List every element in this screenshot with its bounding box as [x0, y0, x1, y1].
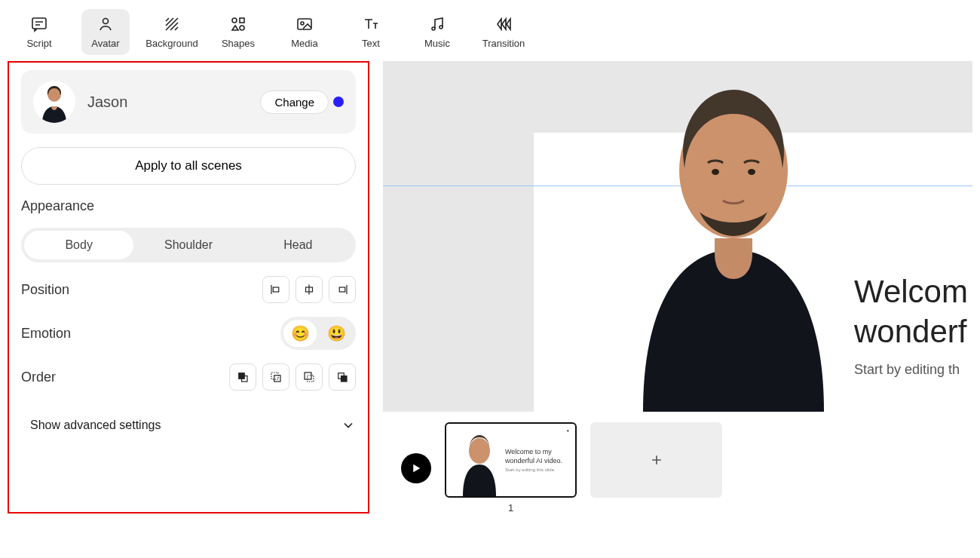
apply-all-scenes-button[interactable]: Apply to all scenes — [21, 147, 356, 185]
svg-point-8 — [439, 26, 443, 29]
appearance-label: Appearance — [21, 198, 356, 214]
emotion-neutral[interactable]: 😊 — [283, 320, 317, 347]
avatar-header: Jason Change — [21, 70, 356, 133]
toolbar-avatar-label: Avatar — [91, 38, 119, 49]
toolbar-avatar[interactable]: Avatar — [81, 9, 130, 55]
svg-point-7 — [432, 27, 435, 30]
toolbar-background-label: Background — [145, 38, 198, 49]
align-center-button[interactable] — [296, 276, 323, 303]
svg-point-24 — [469, 438, 490, 464]
appearance-head[interactable]: Head — [243, 231, 353, 259]
emotion-happy[interactable]: 😃 — [320, 320, 353, 347]
thumb-sub: Start by editing this slide. — [505, 468, 556, 472]
svg-rect-0 — [32, 18, 46, 29]
toolbar-script[interactable]: Script — [15, 9, 63, 55]
svg-point-23 — [748, 169, 755, 175]
thumb-person-icon — [454, 428, 505, 496]
indicator-dot — [333, 97, 344, 107]
slide-text[interactable]: Welcomwonderf Start by editing th — [854, 272, 968, 378]
change-avatar-button[interactable]: Change — [260, 90, 329, 114]
avatar-thumbnail — [33, 81, 75, 123]
bring-front-button[interactable] — [229, 363, 256, 391]
align-left-button[interactable] — [262, 276, 289, 303]
toolbar-music[interactable]: Music — [413, 9, 461, 55]
canvas-stage[interactable]: Welcomwonderf Start by editing th — [383, 61, 972, 412]
align-right-button[interactable] — [329, 276, 356, 303]
toolbar-media[interactable]: Media — [280, 9, 329, 55]
thumb-logo: ● — [566, 428, 569, 433]
person-icon — [38, 84, 71, 123]
appearance-segmented: Body Shoulder Head — [21, 228, 356, 262]
svg-rect-16 — [274, 376, 280, 382]
appearance-body[interactable]: Body — [24, 231, 133, 259]
order-label: Order — [21, 369, 229, 385]
chevron-down-icon — [341, 418, 356, 433]
svg-point-22 — [712, 169, 719, 175]
scene-thumbnail-1[interactable]: Welcome to my wonderful AI video. Start … — [445, 422, 577, 498]
avatar-settings-panel: Jason Change Apply to all scenes Appeara… — [8, 61, 369, 514]
thumb-heading: Welcome to my wonderful AI video. — [505, 448, 575, 465]
avatar-on-canvas[interactable] — [575, 61, 892, 412]
toolbar-media-label: Media — [291, 38, 317, 49]
play-icon — [409, 461, 423, 475]
bring-forward-button[interactable] — [262, 363, 289, 391]
svg-rect-18 — [305, 373, 311, 379]
play-button[interactable] — [401, 453, 431, 483]
toolbar-text[interactable]: Text — [347, 9, 395, 55]
svg-rect-17 — [308, 376, 314, 382]
emotion-label: Emotion — [21, 326, 280, 342]
emotion-segmented: 😊 😃 — [280, 317, 356, 350]
toolbar-music-label: Music — [424, 38, 450, 49]
plus-icon — [649, 452, 664, 468]
svg-point-1 — [103, 19, 109, 24]
add-scene-button[interactable] — [590, 422, 722, 498]
send-back-button[interactable] — [329, 363, 356, 391]
svg-rect-10 — [273, 287, 279, 292]
svg-point-2 — [232, 18, 237, 23]
appearance-shoulder[interactable]: Shoulder — [133, 231, 243, 259]
toolbar-script-label: Script — [26, 38, 51, 49]
toolbar-text-label: Text — [362, 38, 380, 49]
svg-point-6 — [301, 22, 304, 25]
position-label: Position — [21, 282, 262, 298]
toolbar-shapes[interactable]: Shapes — [214, 9, 262, 55]
advanced-settings-toggle[interactable]: Show advanced settings — [21, 404, 356, 442]
advanced-settings-label: Show advanced settings — [30, 418, 341, 432]
timeline: Welcome to my wonderful AI video. Start … — [383, 412, 972, 514]
main-toolbar: Script Avatar Background Shapes Media Te… — [0, 0, 980, 61]
toolbar-transition-label: Transition — [482, 38, 525, 49]
svg-rect-12 — [339, 287, 345, 292]
toolbar-background[interactable]: Background — [148, 9, 196, 55]
send-backward-button[interactable] — [296, 363, 323, 391]
toolbar-transition[interactable]: Transition — [479, 9, 528, 55]
svg-rect-15 — [271, 373, 278, 379]
avatar-name: Jason — [87, 94, 127, 111]
toolbar-shapes-label: Shapes — [222, 38, 255, 49]
svg-rect-3 — [240, 18, 244, 23]
svg-rect-4 — [240, 26, 244, 30]
scene-number: 1 — [508, 502, 513, 514]
